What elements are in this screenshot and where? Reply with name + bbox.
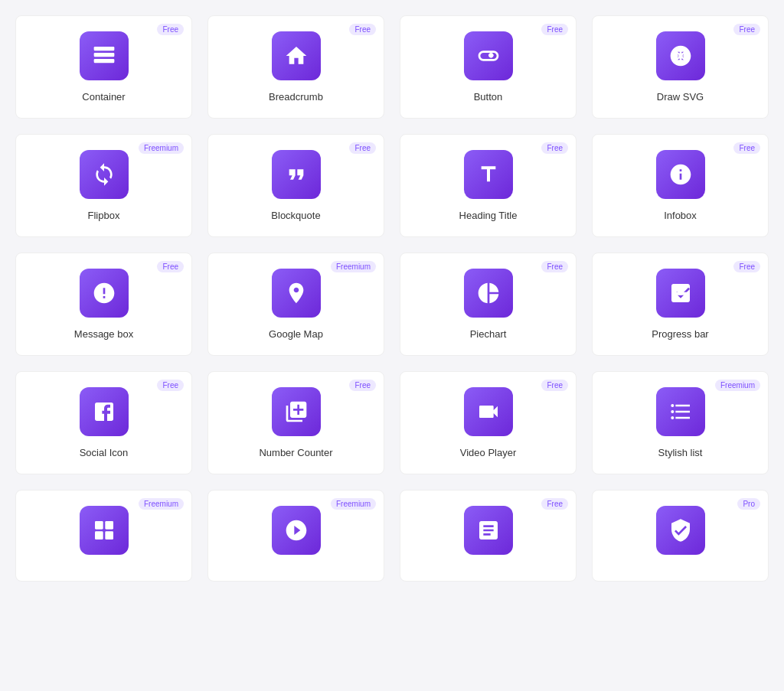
card-infobox[interactable]: Free Infobox xyxy=(592,134,769,237)
card-flipbox[interactable]: Freemium Flipbox xyxy=(15,134,192,237)
card-label-video-player: Video Player xyxy=(460,447,516,458)
icon-wrap-blockquote xyxy=(272,150,321,199)
card-label-google-map: Google Map xyxy=(269,328,323,340)
badge-social-icon: Free xyxy=(157,380,184,391)
icon-wrap-message-box xyxy=(80,269,129,318)
icon-wrap-number-counter xyxy=(272,387,321,436)
icon-wrap-widget6 xyxy=(272,506,321,555)
card-widget6[interactable]: Freemium xyxy=(207,490,384,582)
card-label-piechart: Piechart xyxy=(470,328,507,340)
badge-flipbox: Freemium xyxy=(139,142,184,154)
badge-draw-svg: Free xyxy=(733,24,760,35)
card-blockquote[interactable]: Free Blockquote xyxy=(207,134,384,237)
icon-wrap-social-icon xyxy=(80,387,129,436)
card-button[interactable]: Free Button xyxy=(400,15,577,119)
card-label-container: Container xyxy=(82,91,125,103)
badge-number-counter: Free xyxy=(349,380,376,391)
card-label-flipbox: Flipbox xyxy=(88,210,120,221)
badge-message-box: Free xyxy=(157,261,184,272)
badge-google-map: Freemium xyxy=(331,261,376,272)
icon-wrap-breadcrumb xyxy=(272,31,321,80)
badge-infobox: Free xyxy=(733,142,760,154)
icon-wrap-widget8 xyxy=(656,506,705,555)
badge-widget6: Freemium xyxy=(331,498,376,510)
icon-wrap-video-player xyxy=(464,387,513,436)
icon-wrap-stylish-list xyxy=(656,387,705,436)
card-progress-bar[interactable]: Free Progress bar xyxy=(592,253,769,356)
badge-piechart: Free xyxy=(541,261,568,272)
icon-wrap-flipbox xyxy=(80,150,129,199)
icon-wrap-draw-svg xyxy=(656,31,705,80)
card-label-message-box: Message box xyxy=(74,328,133,340)
svg-rect-6 xyxy=(95,521,103,530)
card-widget5[interactable]: Freemium xyxy=(15,490,192,582)
card-widget7[interactable]: Free xyxy=(400,490,577,582)
badge-video-player: Free xyxy=(541,380,568,391)
badge-progress-bar: Free xyxy=(733,261,760,272)
badge-blockquote: Free xyxy=(349,142,376,154)
icon-wrap-button xyxy=(464,31,513,80)
card-widget8[interactable]: Pro xyxy=(592,490,769,582)
card-draw-svg[interactable]: Free Draw SVG xyxy=(592,15,769,119)
icon-wrap-heading-title xyxy=(464,150,513,199)
widget-grid: Free Container Free Breadcrumb Free Butt… xyxy=(15,15,769,582)
card-label-stylish-list: Stylish list xyxy=(658,447,703,458)
card-video-player[interactable]: Free Video Player xyxy=(400,371,577,474)
card-heading-title[interactable]: Free Heading Title xyxy=(400,134,577,237)
badge-container: Free xyxy=(157,24,184,35)
badge-widget7: Free xyxy=(541,498,568,510)
badge-breadcrumb: Free xyxy=(349,24,376,35)
card-google-map[interactable]: Freemium Google Map xyxy=(207,253,384,356)
svg-rect-5 xyxy=(672,292,682,295)
card-label-breadcrumb: Breadcrumb xyxy=(269,91,323,103)
icon-wrap-container xyxy=(80,31,129,80)
card-label-number-counter: Number Counter xyxy=(259,447,332,458)
card-label-draw-svg: Draw SVG xyxy=(657,91,704,103)
card-label-heading-title: Heading Title xyxy=(459,210,518,221)
svg-rect-2 xyxy=(93,59,114,63)
icon-wrap-piechart xyxy=(464,269,513,318)
badge-stylish-list: Freemium xyxy=(715,380,760,391)
card-label-social-icon: Social Icon xyxy=(80,447,129,458)
icon-wrap-widget5 xyxy=(80,506,129,555)
card-message-box[interactable]: Free Message box xyxy=(15,253,192,356)
badge-widget5: Freemium xyxy=(139,498,184,510)
icon-wrap-widget7 xyxy=(464,506,513,555)
card-label-infobox: Infobox xyxy=(664,210,697,221)
card-breadcrumb[interactable]: Free Breadcrumb xyxy=(207,15,384,119)
card-stylish-list[interactable]: Freemium Stylish list xyxy=(592,371,769,474)
icon-wrap-google-map xyxy=(272,269,321,318)
svg-rect-8 xyxy=(95,531,103,539)
icon-wrap-progress-bar xyxy=(656,269,705,318)
svg-rect-0 xyxy=(93,47,114,51)
badge-heading-title: Free xyxy=(541,142,568,154)
card-container[interactable]: Free Container xyxy=(15,15,192,119)
icon-wrap-infobox xyxy=(656,150,705,199)
svg-rect-1 xyxy=(93,53,114,57)
card-piechart[interactable]: Free Piechart xyxy=(400,253,577,356)
card-social-icon[interactable]: Free Social Icon xyxy=(15,371,192,474)
svg-rect-9 xyxy=(105,531,113,539)
card-label-progress-bar: Progress bar xyxy=(652,328,708,340)
badge-button: Free xyxy=(541,24,568,35)
card-label-button: Button xyxy=(474,91,503,103)
card-label-blockquote: Blockquote xyxy=(271,210,320,221)
svg-rect-7 xyxy=(105,521,113,530)
badge-widget8: Pro xyxy=(737,498,760,510)
card-number-counter[interactable]: Free Number Counter xyxy=(207,371,384,474)
